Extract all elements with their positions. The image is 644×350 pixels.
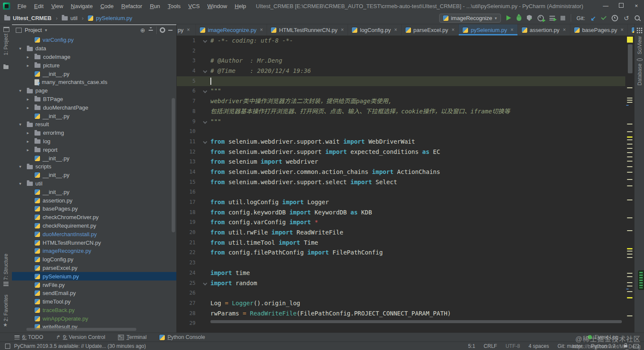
line-number[interactable]: 24: [177, 268, 196, 278]
lock-icon[interactable]: [624, 345, 627, 347]
code-line[interactable]: 19from config.varConfig import *: [177, 217, 625, 228]
code-line[interactable]: 13from selenium import webdriver: [177, 157, 625, 167]
breadcrumb-item[interactable]: pySelenium.py: [88, 15, 132, 21]
tool-tab-project[interactable]: 1: Project: [3, 34, 9, 55]
stripe-marker[interactable]: [627, 297, 632, 298]
tree-item[interactable]: pySelenium.py: [12, 272, 176, 281]
stripe-marker[interactable]: [627, 139, 632, 140]
tree-item[interactable]: __init__.py: [12, 112, 176, 120]
maximize-button[interactable]: [613, 0, 629, 12]
menu-item-help[interactable]: Help: [231, 3, 250, 9]
menu-item-view[interactable]: View: [47, 3, 67, 9]
tree-item[interactable]: winAppOperate.py: [12, 314, 176, 323]
line-number[interactable]: 20: [177, 228, 196, 238]
git-commit-button[interactable]: [601, 14, 607, 20]
tree-item[interactable]: logConfig.py: [12, 255, 176, 264]
status-item[interactable]: 5:1: [468, 343, 475, 349]
editor-tab[interactable]: parseExcel.py×: [402, 24, 459, 35]
tree-item[interactable]: __init__.py: [12, 188, 176, 196]
tool-window-button----todo[interactable]: 6: TODO: [14, 334, 43, 340]
tree-collapse-arrow[interactable]: ▸: [27, 55, 34, 59]
code-line[interactable]: 24import time: [177, 268, 625, 278]
tree-collapse-arrow[interactable]: ▸: [27, 105, 34, 110]
close-icon[interactable]: ×: [187, 27, 190, 33]
close-icon[interactable]: ×: [621, 27, 624, 33]
stripe-marker[interactable]: [627, 136, 632, 138]
tree-collapse-arrow[interactable]: ▸: [27, 130, 34, 135]
code-line[interactable]: 8包括浏览器基本操作打开浏览器、打开网页、点击、输入、下拉框选择，cookie操…: [177, 107, 625, 117]
code-line[interactable]: 7webdriver类中操作浏览器方法二次封装，提供给页面page类使用,: [177, 96, 625, 107]
stripe-marker[interactable]: [627, 87, 632, 88]
stripe-marker[interactable]: [627, 144, 632, 145]
tree-item[interactable]: ▸picture: [12, 61, 176, 69]
close-button[interactable]: ×: [629, 0, 644, 12]
line-number[interactable]: 2: [177, 46, 196, 56]
fold-marker-icon[interactable]: [203, 281, 207, 285]
tree-item[interactable]: __init__.py: [12, 69, 176, 78]
stripe-marker[interactable]: [627, 217, 632, 218]
code-line[interactable]: 22from config.filePathConfig import File…: [177, 248, 625, 258]
menu-item-navigate[interactable]: Navigate: [67, 3, 96, 9]
collapse-all-button[interactable]: [148, 28, 153, 33]
stripe-marker[interactable]: [627, 276, 632, 277]
tree-item[interactable]: ▾page: [12, 87, 176, 95]
tree-expand-arrow[interactable]: ▾: [19, 122, 27, 127]
stripe-marker[interactable]: [627, 251, 632, 252]
editor-tab[interactable]: HTMLTestRunnerCN.py×: [267, 24, 348, 35]
tree-item[interactable]: ▸errorImg: [12, 129, 176, 137]
line-number[interactable]: 21: [177, 238, 196, 248]
tree-collapse-arrow[interactable]: ▸: [27, 97, 34, 101]
status-item[interactable]: Git: master: [558, 343, 583, 349]
tree-item[interactable]: ▸duoMerchantPage: [12, 103, 176, 112]
breadcrumb-item[interactable]: util: [62, 15, 78, 21]
code-line[interactable]: 10: [177, 127, 625, 137]
stripe-marker[interactable]: [627, 161, 632, 162]
tree-item[interactable]: ▸BTPage: [12, 95, 176, 104]
tree-expand-arrow[interactable]: ▾: [19, 88, 27, 93]
editor-tab[interactable]: imageRecognize.py×: [196, 24, 267, 35]
code-line[interactable]: 17from util.logConfig import Logger: [177, 197, 625, 208]
tree-item[interactable]: imageRecognize.py: [12, 247, 176, 255]
tree-item[interactable]: ▾util: [12, 179, 176, 188]
tree-expand-arrow[interactable]: ▾: [19, 46, 27, 51]
screen-icon[interactable]: [633, 344, 639, 348]
editor-tab[interactable]: py×: [177, 24, 196, 35]
stripe-marker[interactable]: [627, 200, 632, 200]
fold-marker-icon[interactable]: [203, 69, 207, 73]
code-line[interactable]: 20from util.rwFile import ReadWriteFile: [177, 228, 625, 238]
status-message[interactable]: PyCharm 2019.3.5 available: // Update...…: [14, 343, 146, 349]
line-number[interactable]: 11: [177, 137, 196, 147]
editor-horizontal-scrollbar[interactable]: [210, 320, 622, 323]
stripe-marker[interactable]: [627, 230, 632, 231]
line-number[interactable]: 16: [177, 187, 196, 197]
line-number[interactable]: 12: [177, 147, 196, 157]
search-everywhere-button[interactable]: [635, 15, 640, 20]
debug-button[interactable]: [517, 15, 521, 21]
fold-marker-icon[interactable]: [203, 119, 207, 124]
stripe-marker[interactable]: [627, 152, 632, 153]
line-number[interactable]: 8: [177, 107, 196, 117]
editor-tab[interactable]: pySelenium.py×: [459, 24, 518, 35]
tool-tab-favorites[interactable]: 2: Favorites: [3, 295, 9, 321]
editor-tab[interactable]: logConfig.py×: [348, 24, 401, 35]
fold-marker-icon[interactable]: [203, 39, 207, 43]
status-item[interactable]: 4 spaces: [529, 343, 549, 349]
stripe-marker[interactable]: [627, 248, 632, 249]
line-number[interactable]: 19: [177, 217, 196, 228]
line-number[interactable]: 6: [177, 86, 196, 96]
stripe-marker[interactable]: [627, 156, 632, 157]
rollback-button[interactable]: ↺: [624, 15, 629, 21]
profiler-button[interactable]: [538, 15, 544, 21]
code-line[interactable]: 12from selenium.webdriver.support import…: [177, 147, 625, 157]
line-number[interactable]: 18: [177, 208, 196, 218]
tree-item[interactable]: __init__.py: [12, 171, 176, 179]
tree-item[interactable]: checkChromeDriver.py: [12, 213, 176, 222]
stripe-marker[interactable]: [627, 257, 632, 258]
hide-panel-button[interactable]: [168, 30, 172, 31]
tree-collapse-arrow[interactable]: ▸: [27, 63, 34, 68]
code-line[interactable]: 2: [177, 46, 625, 56]
tree-item[interactable]: basePages.py: [12, 205, 176, 213]
close-icon[interactable]: ×: [260, 27, 263, 33]
menu-item-refactor[interactable]: Refactor: [118, 3, 146, 9]
line-number[interactable]: 25: [177, 278, 196, 289]
